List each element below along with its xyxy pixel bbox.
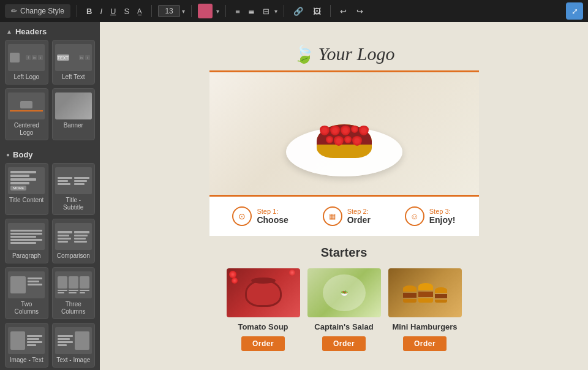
body-grid: MORE Title Content (0, 163, 100, 370)
banner-label: Banner (64, 122, 83, 129)
step-2-action: Order (347, 215, 371, 225)
logo-container: 🍃 Your Logo (293, 43, 395, 64)
tomato-soup-order-button[interactable]: Order (241, 336, 285, 351)
sidebar-item-banner[interactable]: Banner (52, 88, 96, 140)
raspberry-2 (330, 126, 340, 135)
format-section: B I U S A̲ (83, 5, 145, 18)
soup-inner (227, 268, 300, 317)
change-style-label: Change Style (20, 7, 64, 15)
image-text-label: Image - Text (10, 357, 43, 364)
color-button[interactable] (198, 4, 213, 18)
underline-button[interactable]: U (107, 5, 119, 18)
two-columns-label: Two Columns (8, 301, 45, 315)
starter-card-mini-hamburgers: Mini Hamburgers Order (388, 268, 462, 351)
steps-section: ⊙ Step 1: Choose ▦ Step 2: Order ☺ (209, 197, 479, 236)
step-1: ⊙ Step 1: Choose (232, 206, 288, 226)
unordered-list-button[interactable]: ≡ (232, 5, 243, 18)
text-image-label: Text - Image (56, 357, 90, 364)
strikethrough-button[interactable]: S (121, 5, 132, 18)
raspberry-5 (359, 126, 369, 135)
font-size-input[interactable] (158, 5, 180, 17)
paragraph-thumb (8, 223, 45, 250)
color-marker-button[interactable]: A̲ (134, 6, 145, 17)
toolbar-divider-1 (77, 5, 77, 17)
step-2-icon: ▦ (323, 206, 342, 226)
raspberry-cluster (320, 126, 369, 146)
sidebar-item-title-content[interactable]: MORE Title Content (5, 163, 48, 215)
step-2-number: Step 2: (347, 208, 371, 215)
image-insert-button[interactable]: 🖼 (310, 5, 324, 18)
tomato-soup-name: Tomato Soup (238, 322, 288, 331)
raspberry-1 (320, 126, 330, 135)
step-3-text: Step 3: Enjoy! (429, 208, 456, 225)
mini-hamburgers-name: Mini Hamburgers (392, 322, 457, 331)
three-columns-thumb (55, 271, 92, 298)
title-content-label: Title Content (9, 197, 43, 204)
expand-button[interactable]: ⤢ (566, 2, 583, 20)
hero-tart (283, 85, 405, 183)
font-size-arrow: ▾ (182, 8, 185, 15)
body-collapse-arrow[interactable]: ● (6, 151, 10, 158)
raspberry-6 (326, 136, 333, 143)
link-button[interactable]: 🔗 (290, 5, 306, 18)
three-columns-label: Three Columns (55, 301, 92, 315)
sidebar-item-text-image[interactable]: Text - Image (52, 323, 96, 368)
banner-thumb (55, 92, 92, 119)
fontsize-section: ▾ (158, 5, 185, 17)
redo-button[interactable]: ↪ (353, 5, 366, 18)
starters-title: Starters (209, 246, 479, 260)
sidebar-item-three-columns[interactable]: Three Columns (52, 267, 96, 319)
logo-text: Your Logo (318, 43, 395, 64)
change-style-button[interactable]: ✏ Change Style (5, 4, 70, 18)
image-text-thumb (8, 327, 45, 354)
starters-grid: Tomato Soup Order 🥗 Captain's Salad Orde… (209, 268, 479, 351)
sidebar-item-comparison[interactable]: Comparison (52, 219, 96, 263)
step-3-icon: ☺ (405, 206, 424, 226)
starter-card-tomato-soup: Tomato Soup Order (227, 268, 300, 351)
sidebar-item-image-text[interactable]: Image - Text (5, 323, 48, 368)
toolbar-divider-5 (284, 5, 284, 17)
tomato-soup-image (227, 268, 300, 317)
starter-card-captains-salad: 🥗 Captain's Salad Order (307, 268, 381, 351)
sidebar-item-paragraph[interactable]: Paragraph (5, 219, 48, 263)
main-layout: ▲ Headers fint Left Logo (0, 22, 588, 370)
color-dropdown-arrow: ▾ (216, 8, 219, 15)
ordered-list-button[interactable]: ≣ (245, 5, 258, 18)
mini-hamburgers-order-button[interactable]: Order (403, 336, 447, 351)
headers-section-label: Headers (15, 27, 47, 36)
italic-button[interactable]: I (97, 5, 105, 18)
raspberry-4 (351, 126, 358, 133)
sidebar-body-section: ● Body (0, 145, 100, 163)
comparison-thumb (55, 223, 92, 250)
left-logo-thumb: fint (8, 44, 45, 71)
headers-grid: fint Left Logo TEXT int Left Text (0, 40, 100, 145)
sidebar-item-title-subtitle[interactable]: Title - Subtitle (52, 163, 96, 215)
pencil-icon: ✏ (11, 7, 17, 15)
email-template: 🍃 Your Logo (209, 34, 479, 361)
mini-hamburgers-image (388, 268, 462, 317)
undo-button[interactable]: ↩ (337, 5, 350, 18)
headers-collapse-arrow[interactable]: ▲ (6, 28, 12, 35)
raspberry-3 (341, 126, 350, 135)
left-text-thumb: TEXT int (55, 44, 92, 71)
sidebar-item-left-text[interactable]: TEXT int Left Text (52, 40, 96, 85)
sidebar-item-left-logo[interactable]: fint Left Logo (5, 40, 48, 85)
text-image-thumb (55, 327, 92, 354)
captains-salad-order-button[interactable]: Order (322, 336, 366, 351)
bold-button[interactable]: B (83, 5, 95, 18)
paragraph-label: Paragraph (12, 252, 41, 260)
title-subtitle-label: Title - Subtitle (55, 197, 92, 211)
align-button[interactable]: ⊟ (260, 5, 273, 18)
sidebar-item-centered-logo[interactable]: Centered Logo (5, 88, 48, 140)
step-3: ☺ Step 3: Enjoy! (405, 206, 456, 226)
raspberry-9 (352, 136, 362, 146)
step-1-text: Step 1: Choose (257, 208, 288, 225)
sidebar: ▲ Headers fint Left Logo (0, 22, 100, 370)
toolbar: ✏ Change Style B I U S A̲ ▾ ▾ ≡ ≣ ⊟ ▾ 🔗 … (0, 0, 588, 22)
body-section-label: Body (13, 150, 33, 159)
sidebar-item-two-columns[interactable]: Two Columns (5, 267, 48, 319)
logo-leaf-icon: 🍃 (293, 44, 315, 64)
hero-section (209, 70, 479, 197)
hero-image (209, 72, 479, 195)
centered-logo-thumb (8, 92, 45, 119)
